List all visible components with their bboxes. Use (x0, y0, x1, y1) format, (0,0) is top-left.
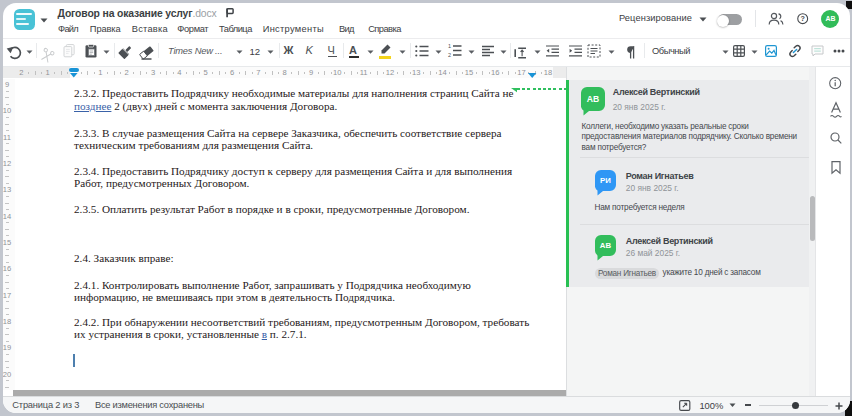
svg-text:АВ: АВ (600, 241, 612, 250)
svg-text:1: 1 (448, 43, 451, 49)
svg-text:РИ: РИ (600, 176, 611, 185)
svg-text:2: 2 (448, 52, 451, 58)
svg-text:АВ: АВ (587, 94, 599, 104)
svg-text:?: ? (800, 14, 804, 23)
